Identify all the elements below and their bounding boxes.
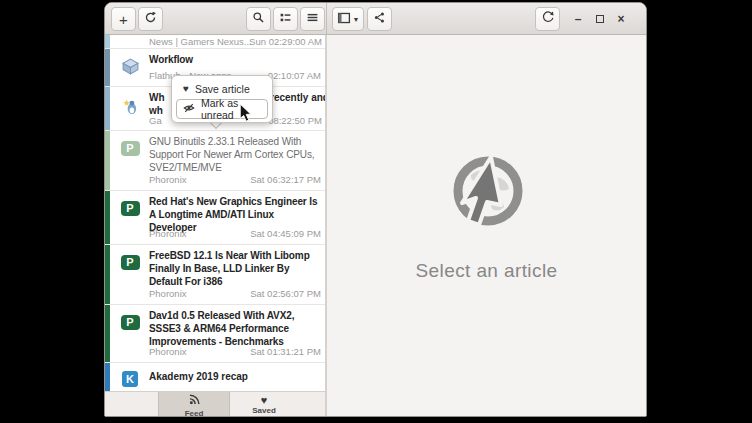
heart-icon: ♥ [183, 84, 189, 94]
article-context-menu: ♥ Save article Mark as unread [171, 75, 273, 123]
search-icon [252, 10, 265, 28]
feed-name: Phoronix [149, 228, 187, 239]
mouse-cursor [239, 104, 252, 127]
minimize-button[interactable]: – [569, 7, 587, 31]
feedreader-globe-logo [416, 146, 558, 246]
open-in-browser-button[interactable] [535, 7, 560, 31]
tab-feed-label: Feed [185, 409, 204, 417]
article-date: Sat 02:56:07 PM [250, 288, 321, 299]
view-switcher: Feed ♥ Saved [105, 391, 326, 416]
article-row-freebsd[interactable]: P FreeBSD 12.1 Is Near With Libomp Final… [105, 245, 325, 305]
headerbar-separator [326, 3, 327, 34]
article-title: GNU Binutils 2.33.1 Released With Suppor… [149, 135, 322, 174]
article-row-gamers-nexus[interactable]: News | Gamers Nexus... Sun 02:29:00 AM [105, 35, 325, 49]
feed-name: Phoronix [149, 346, 187, 357]
gamingonlinux-mascot-icon [119, 95, 141, 117]
article-title: Workflow [149, 53, 322, 66]
chevron-down-icon: ▼ [353, 16, 360, 23]
headerbar: + [105, 3, 646, 35]
refresh-icon [144, 10, 157, 28]
feed-color-stripe [105, 49, 110, 86]
search-button[interactable] [246, 7, 271, 31]
maximize-icon [596, 15, 604, 23]
add-feed-button[interactable]: + [111, 7, 136, 31]
menu-button[interactable] [300, 7, 325, 31]
share-icon [373, 10, 386, 28]
refresh-button[interactable] [138, 7, 163, 31]
feed-name: Phoronix [149, 174, 187, 185]
article-title-fragment: Wh [149, 92, 165, 103]
share-button[interactable] [367, 7, 392, 31]
tab-feed[interactable]: Feed [158, 392, 230, 417]
article-date: Sat 01:31:21 PM [250, 346, 321, 357]
feed-name: News | Gamers Nexus... [149, 36, 252, 47]
feed-color-stripe [105, 245, 110, 304]
article-date: 02:10:07 AM [268, 70, 321, 81]
feed-name: Phoronix [149, 288, 187, 299]
feed-color-stripe [105, 87, 110, 130]
article-date: Sat 04:45:09 PM [250, 228, 321, 239]
minimize-icon: – [575, 13, 582, 25]
reader-panel-icon [337, 10, 351, 28]
close-icon: × [617, 13, 624, 25]
menu-icon [306, 10, 319, 28]
article-title: Akademy 2019 recap [149, 371, 248, 382]
feed-color-stripe [105, 363, 110, 391]
article-title: FreeBSD 12.1 Is Near With Libomp Finally… [149, 249, 322, 288]
article-date: Sun 02:29:00 AM [249, 36, 322, 47]
article-date: Sat 06:32:17 PM [250, 174, 321, 185]
workflow-cube-icon [119, 55, 141, 77]
tab-saved-label: Saved [252, 406, 276, 415]
save-article-menu-item[interactable]: ♥ Save article [176, 79, 268, 99]
feed-color-stripe [105, 131, 110, 190]
phoronix-icon: P [119, 311, 141, 333]
close-button[interactable]: × [612, 7, 630, 31]
mark-read-list-button[interactable] [273, 7, 298, 31]
maximize-button[interactable] [591, 7, 609, 31]
feed-color-stripe [105, 191, 110, 244]
plus-icon: + [119, 12, 128, 27]
feed-color-stripe [105, 35, 110, 48]
article-row-gnu-binutils[interactable]: P GNU Binutils 2.33.1 Released With Supp… [105, 131, 325, 191]
save-article-label: Save article [195, 83, 250, 95]
article-row-akademy[interactable]: K Akademy 2019 recap [105, 363, 325, 391]
phoronix-icon: P [119, 137, 141, 159]
feed-name: Ga [149, 115, 162, 126]
rss-icon [189, 391, 200, 409]
select-article-placeholder: Select an article [416, 260, 558, 282]
phoronix-icon: P [119, 197, 141, 219]
eye-off-icon [183, 102, 195, 116]
article-row-dav1d[interactable]: P Dav1d 0.5 Released With AVX2, SSSE3 & … [105, 305, 325, 363]
tab-saved[interactable]: ♥ Saved [230, 392, 298, 417]
feedreader-window: + [104, 2, 647, 417]
article-row-red-hat[interactable]: P Red Hat's New Graphics Engineer Is A L… [105, 191, 325, 245]
feed-color-stripe [105, 305, 110, 362]
mark-as-unread-label: Mark as unread [201, 97, 261, 121]
article-title-fragment: recently and [270, 92, 325, 103]
open-in-browser-icon [541, 10, 555, 28]
phoronix-icon: P [119, 251, 141, 273]
screen: + [0, 0, 752, 423]
reader-view-button[interactable]: ▼ [332, 7, 364, 31]
heart-icon: ♥ [261, 395, 268, 406]
article-view: Select an article [326, 35, 646, 416]
kde-icon: K [119, 368, 141, 390]
article-date: 08:22:50 PM [268, 115, 322, 126]
article-title: Dav1d 0.5 Released With AVX2, SSSE3 & AR… [149, 309, 322, 348]
view-list-icon [279, 10, 292, 28]
mark-as-unread-menu-item[interactable]: Mark as unread [176, 99, 268, 119]
